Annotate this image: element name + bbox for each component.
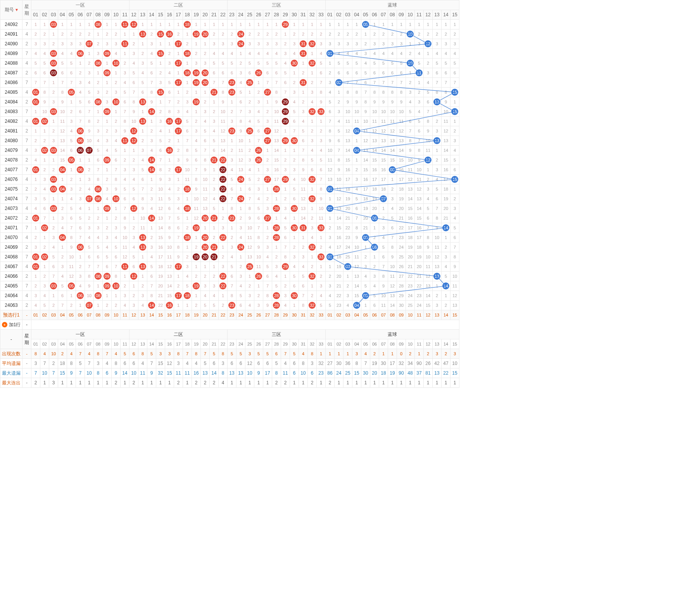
preselect-blue-07[interactable]: 07 — [379, 310, 388, 320]
red-miss: 10 — [183, 165, 192, 175]
preselect-red-08[interactable]: 08 — [94, 310, 103, 320]
col-period[interactable]: 期号 ▾ — [0, 0, 22, 20]
preselect-blue-13[interactable]: 13 — [433, 310, 442, 320]
red-miss: 5 — [40, 194, 49, 204]
preselect-red-05[interactable]: 05 — [67, 310, 76, 320]
red-hit: 21 — [210, 213, 219, 223]
preselect-red-29[interactable]: 29 — [281, 310, 290, 320]
preselect-red-32[interactable]: 32 — [308, 310, 317, 320]
preselect-red-03[interactable]: 03 — [49, 310, 58, 320]
blue-miss: 13 — [388, 136, 397, 146]
week-cell: 2 — [22, 97, 31, 107]
preselect-red-11[interactable]: 11 — [121, 310, 129, 320]
preselect-blue-05[interactable]: 05 — [361, 310, 370, 320]
preselect-red-28[interactable]: 28 — [272, 310, 281, 320]
preselect-blue-10[interactable]: 10 — [406, 310, 415, 320]
red-miss: 3 — [174, 194, 183, 204]
red-miss: 5 — [281, 223, 290, 233]
preselect-red-21[interactable]: 21 — [210, 310, 219, 320]
blue-miss: 2 — [424, 175, 433, 184]
col-week: 星期 — [22, 0, 31, 20]
preselect-red-18[interactable]: 18 — [183, 310, 192, 320]
red-miss: 3 — [263, 39, 272, 49]
red-miss: 2 — [67, 301, 76, 310]
red-miss: 2 — [192, 117, 201, 126]
red-miss: 2 — [299, 97, 308, 107]
red-miss: 3 — [40, 281, 49, 291]
preselect-red-26[interactable]: 26 — [254, 310, 263, 320]
blue-hit: 06 — [370, 213, 379, 223]
preselect-red-30[interactable]: 30 — [290, 310, 299, 320]
red-miss: 7 — [299, 146, 308, 155]
preselect-blue-04[interactable]: 04 — [352, 310, 361, 320]
blue-miss: 3 — [442, 252, 450, 262]
preselect-red-25[interactable]: 25 — [245, 310, 254, 320]
blue-miss: 12 — [343, 126, 352, 136]
red-hit: 06 — [76, 291, 85, 301]
red-miss: 3 — [228, 39, 236, 49]
red-hit: 30 — [290, 223, 299, 233]
preselect-blue-14[interactable]: 14 — [442, 310, 450, 320]
preselect-red-14[interactable]: 14 — [147, 310, 156, 320]
red-col-29: 29 — [281, 10, 290, 20]
red-miss: 14 — [156, 223, 165, 233]
preselect-red-23[interactable]: 23 — [228, 310, 236, 320]
blue-miss: 16 — [442, 165, 450, 175]
preselect-red-19[interactable]: 19 — [192, 310, 201, 320]
preselect-red-31[interactable]: 31 — [299, 310, 308, 320]
preselect-blue-08[interactable]: 08 — [388, 310, 397, 320]
preselect-red-10[interactable]: 10 — [112, 310, 121, 320]
red-miss: 3 — [31, 194, 40, 204]
blue-miss: 15 — [415, 213, 424, 223]
red-miss: 5 — [138, 78, 147, 88]
preselect-blue-01[interactable]: 01 — [326, 310, 335, 320]
red-miss: 1 — [138, 39, 147, 49]
preselect-red-07[interactable]: 07 — [85, 310, 94, 320]
preselect-red-12[interactable]: 12 — [129, 310, 138, 320]
preselect-red-24[interactable]: 24 — [236, 310, 245, 320]
red-col-09: 09 — [103, 10, 112, 20]
preselect-red-09[interactable]: 09 — [103, 310, 112, 320]
preselect-blue-15[interactable]: 15 — [450, 310, 459, 320]
red-miss: 4 — [236, 78, 245, 88]
blue-miss: 15 — [352, 291, 361, 301]
data-row: 2406572303505491091021272014251933227421… — [0, 281, 459, 291]
red-hit: 25 — [245, 126, 254, 136]
red-miss: 6 — [76, 107, 85, 117]
preselect-blue-12[interactable]: 12 — [424, 310, 433, 320]
add-row[interactable]: +加1行- — [0, 320, 459, 330]
preselect-blue-02[interactable]: 02 — [335, 310, 343, 320]
red-miss: 1 — [67, 165, 76, 175]
red-hit: 03 — [49, 175, 58, 184]
preselect-red-17[interactable]: 17 — [174, 310, 183, 320]
red-miss: 2 — [183, 88, 192, 97]
red-miss: 8 — [228, 291, 236, 301]
preselect-red-02[interactable]: 02 — [40, 310, 49, 320]
preselect-red-01[interactable]: 01 — [31, 310, 40, 320]
preselect-red-04[interactable]: 04 — [58, 310, 67, 320]
red-miss: 1 — [40, 155, 49, 165]
red-miss: 5 — [263, 262, 272, 272]
preselect-red-16[interactable]: 16 — [165, 310, 174, 320]
blue-hit: 01 — [326, 204, 335, 213]
preselect-red-15[interactable]: 15 — [156, 310, 165, 320]
red-miss: 5 — [299, 272, 308, 281]
preselect-red-27[interactable]: 27 — [263, 310, 272, 320]
preselect-row[interactable]: 预选行1-01020304050607080910111213141516171… — [0, 310, 459, 320]
preselect-blue-09[interactable]: 09 — [397, 310, 406, 320]
preselect-red-13[interactable]: 13 — [138, 310, 147, 320]
preselect-red-06[interactable]: 06 — [76, 310, 85, 320]
preselect-blue-03[interactable]: 03 — [343, 310, 352, 320]
red-miss: 2 — [165, 136, 174, 146]
blue-miss: 7 — [450, 78, 459, 88]
red-miss: 2 — [236, 59, 245, 68]
preselect-red-20[interactable]: 20 — [201, 310, 210, 320]
preselect-red-33[interactable]: 33 — [317, 310, 326, 320]
preselect-red-22[interactable]: 22 — [219, 310, 228, 320]
blue-miss: 8 — [442, 88, 450, 97]
preselect-blue-11[interactable]: 11 — [415, 310, 424, 320]
red-miss: 8 — [85, 272, 94, 281]
blue-miss: 3 — [433, 165, 442, 175]
preselect-blue-06[interactable]: 06 — [370, 310, 379, 320]
red-miss: 1 — [192, 107, 201, 117]
